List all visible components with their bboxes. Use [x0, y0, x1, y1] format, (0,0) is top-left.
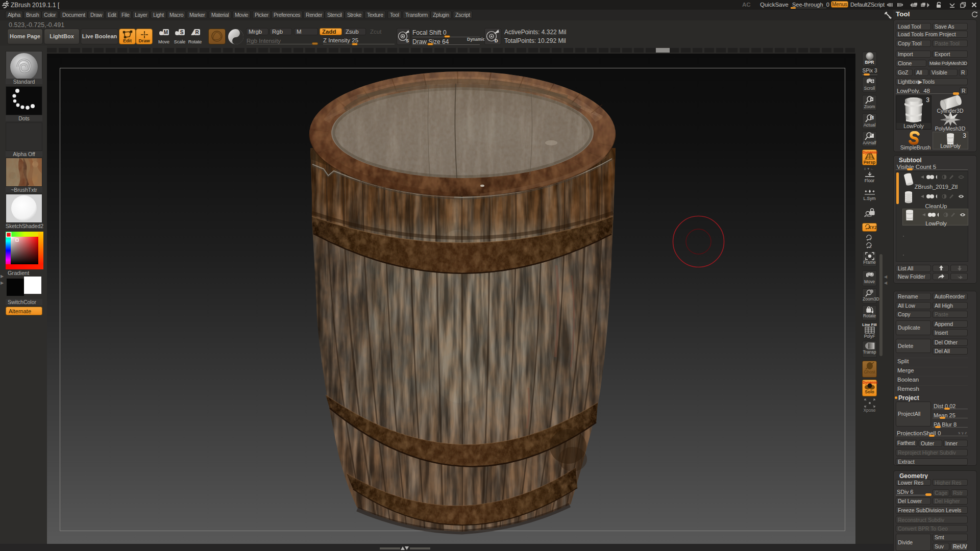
svg-text:R: R [195, 30, 199, 35]
svg-text:XYZ: XYZ [868, 225, 876, 230]
svg-text:S: S [406, 38, 409, 43]
svg-text:D: D [495, 38, 498, 43]
svg-text:1: 1 [871, 116, 873, 119]
svg-text:S: S [180, 30, 184, 35]
svg-text:M: M [164, 30, 168, 35]
svg-text:Y: Y [869, 237, 872, 241]
svg-text:Z: Z [869, 244, 872, 248]
